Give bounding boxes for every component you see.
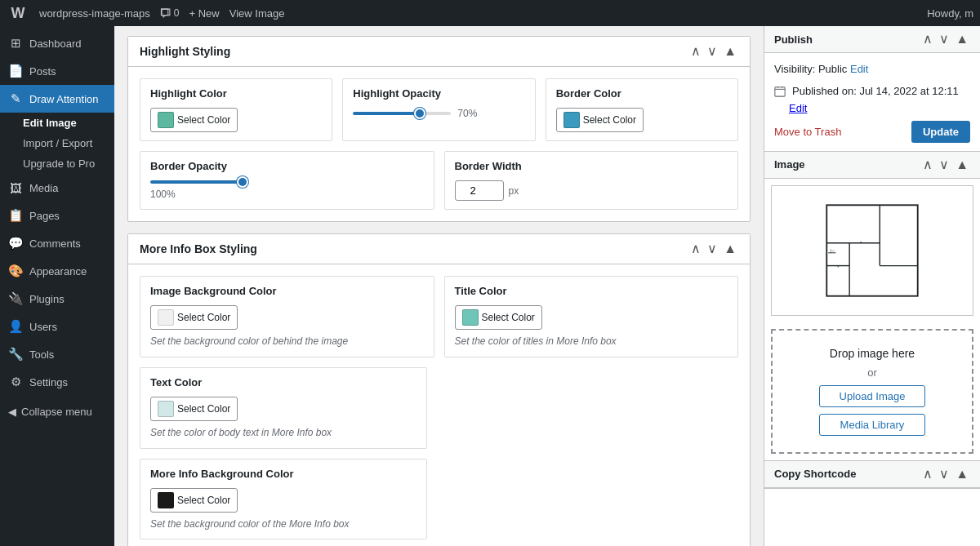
dashboard-icon: ⊞: [8, 36, 23, 51]
collapse-label: Collapse menu: [21, 406, 92, 418]
sidebar-label-tools: Tools: [29, 348, 54, 361]
title-color-swatch: [462, 309, 479, 326]
sidebar-label-dashboard: Dashboard: [29, 38, 82, 50]
more-info-bg-color-button[interactable]: Select Color: [150, 488, 238, 513]
image-collapse-up[interactable]: ∧: [921, 158, 934, 171]
publish-title: Publish: [774, 33, 813, 46]
highlight-color-row: Select Color: [150, 108, 322, 132]
image-bg-color-btn-label: Select Color: [177, 312, 230, 323]
move-to-trash-link[interactable]: Move to Trash: [774, 126, 841, 138]
image-collapse-down[interactable]: ∨: [938, 158, 951, 171]
image-bg-color-desc: Set the background color of behind the i…: [150, 335, 424, 348]
posts-icon: 📄: [8, 64, 23, 78]
image-bg-color-swatch: [158, 309, 174, 326]
title-color-desc: Set the color of titles in More Info box: [455, 335, 728, 348]
tools-icon: 🔧: [8, 347, 23, 362]
more-info-collapse-up[interactable]: ∧: [689, 242, 702, 255]
border-color-row: Select Color: [556, 108, 728, 132]
appearance-icon: 🎨: [8, 264, 23, 278]
sidebar-label-appearance: Appearance: [29, 265, 87, 277]
users-icon: 👤: [8, 319, 23, 334]
image-preview-container: |←: [764, 179, 980, 322]
publish-collapse-down[interactable]: ∨: [938, 33, 951, 46]
highlight-styling-header: Highlight Styling ∧ ∨ ▲: [128, 37, 750, 67]
image-section: Image ∧ ∨ ▲: [764, 152, 980, 461]
text-color-row: Select Color: [150, 397, 416, 421]
text-color-field: Text Color Select Color Set the color of…: [140, 367, 427, 449]
shortcode-collapse-down[interactable]: ∨: [938, 468, 951, 481]
right-panel: Publish ∧ ∨ ▲ Visibility: Public Edit Pu…: [764, 26, 980, 546]
more-info-bg-color-btn-label: Select Color: [177, 495, 230, 506]
publish-body: Visibility: Public Edit Published on: Ju…: [764, 53, 980, 151]
more-info-collapse-down[interactable]: ∨: [706, 242, 719, 255]
highlight-styling-body: Highlight Color Select Color Highlight O…: [128, 67, 750, 221]
border-opacity-slider[interactable]: [150, 180, 248, 184]
shortcode-header-controls: ∧ ∨ ▲: [921, 468, 970, 481]
image-minimize[interactable]: ▲: [954, 158, 970, 171]
sidebar-item-tools[interactable]: 🔧 Tools: [0, 340, 114, 368]
shortcode-minimize[interactable]: ▲: [954, 468, 970, 481]
sidebar-item-appearance[interactable]: 🎨 Appearance: [0, 257, 114, 285]
more-info-minimize[interactable]: ▲: [722, 242, 738, 255]
sidebar-item-comments[interactable]: 💬 Comments: [0, 229, 114, 257]
border-color-label: Border Color: [556, 87, 728, 100]
site-name[interactable]: wordpress-image-maps: [39, 7, 150, 20]
sidebar-item-posts[interactable]: 📄 Posts: [0, 57, 114, 85]
sidebar-label-posts: Posts: [29, 65, 56, 78]
more-info-bg-color-desc: Set the background color of the More Inf…: [150, 517, 416, 531]
sidebar-item-dashboard[interactable]: ⊞ Dashboard: [0, 29, 114, 57]
publish-collapse-up[interactable]: ∧: [921, 33, 934, 46]
publish-minimize[interactable]: ▲: [954, 33, 970, 46]
more-info-bg-color-field: More Info Background Color Select Color …: [140, 459, 427, 540]
highlight-opacity-slider-row: 70%: [353, 108, 524, 119]
copy-shortcode-header: Copy Shortcode ∧ ∨ ▲: [764, 461, 980, 488]
sidebar: ⊞ Dashboard 📄 Posts ✎ Draw Attention Edi…: [0, 26, 114, 546]
collapse-menu-button[interactable]: ◀ Collapse menu: [0, 399, 114, 424]
border-width-input[interactable]: 2: [455, 180, 504, 201]
highlight-opacity-slider[interactable]: [353, 112, 451, 115]
publish-header: Publish ∧ ∨ ▲: [764, 26, 980, 53]
highlight-color-button[interactable]: Select Color: [150, 108, 238, 132]
title-color-row: Select Color: [455, 305, 728, 330]
copy-shortcode-title: Copy Shortcode: [774, 468, 856, 480]
publish-action-row: Move to Trash Update: [774, 121, 970, 143]
more-info-bg-color-swatch: [158, 492, 174, 508]
title-color-field: Title Color Select Color Set the color o…: [444, 276, 739, 357]
title-color-button[interactable]: Select Color: [455, 305, 542, 330]
sidebar-label-pages: Pages: [29, 210, 60, 222]
sidebar-item-users[interactable]: 👤 Users: [0, 313, 114, 340]
image-bg-color-button[interactable]: Select Color: [150, 305, 238, 330]
sidebar-subitem-import-export[interactable]: Import / Export: [0, 133, 114, 153]
border-color-field: Border Color Select Color: [546, 78, 738, 141]
media-library-button[interactable]: Media Library: [819, 414, 925, 436]
highlight-minimize[interactable]: ▲: [722, 45, 738, 58]
sidebar-item-plugins[interactable]: 🔌 Plugins: [0, 285, 114, 313]
new-link[interactable]: + New: [189, 7, 220, 20]
howdy-text: Howdy, m: [927, 7, 973, 20]
visibility-edit-link[interactable]: Edit: [850, 63, 868, 75]
sidebar-item-settings[interactable]: ⚙ Settings: [0, 368, 114, 396]
sidebar-subitem-edit-image[interactable]: Edit Image: [0, 113, 114, 133]
sidebar-item-media[interactable]: 🖼 Media: [0, 174, 114, 202]
sidebar-subitem-upgrade[interactable]: Upgrade to Pro: [0, 153, 114, 174]
border-color-button[interactable]: Select Color: [556, 108, 644, 132]
highlight-collapse-up[interactable]: ∧: [689, 45, 702, 58]
upload-image-button[interactable]: Upload Image: [819, 385, 925, 407]
published-edit-link[interactable]: Edit: [789, 102, 807, 114]
svg-text:|←: |←: [831, 247, 836, 252]
drop-zone: Drop image here or Upload Image Media Li…: [771, 329, 973, 454]
visibility-text: Visibility: Public: [774, 63, 850, 75]
sidebar-item-draw-attention[interactable]: ✎ Draw Attention: [0, 85, 114, 113]
sidebar-item-pages[interactable]: 📋 Pages: [0, 202, 114, 229]
text-color-button[interactable]: Select Color: [150, 397, 238, 421]
comment-bubble[interactable]: 0: [160, 7, 180, 19]
highlight-collapse-down[interactable]: ∨: [706, 45, 719, 58]
update-button[interactable]: Update: [911, 121, 970, 143]
sidebar-label-media: Media: [29, 182, 58, 194]
image-section-header: Image ∧ ∨ ▲: [764, 152, 980, 179]
image-section-title: Image: [774, 158, 805, 171]
border-opacity-value: 100%: [150, 189, 424, 200]
main-content: Highlight Styling ∧ ∨ ▲ Highlight Color: [114, 26, 764, 546]
shortcode-collapse-up[interactable]: ∧: [921, 468, 934, 481]
view-image-link[interactable]: View Image: [229, 7, 285, 20]
